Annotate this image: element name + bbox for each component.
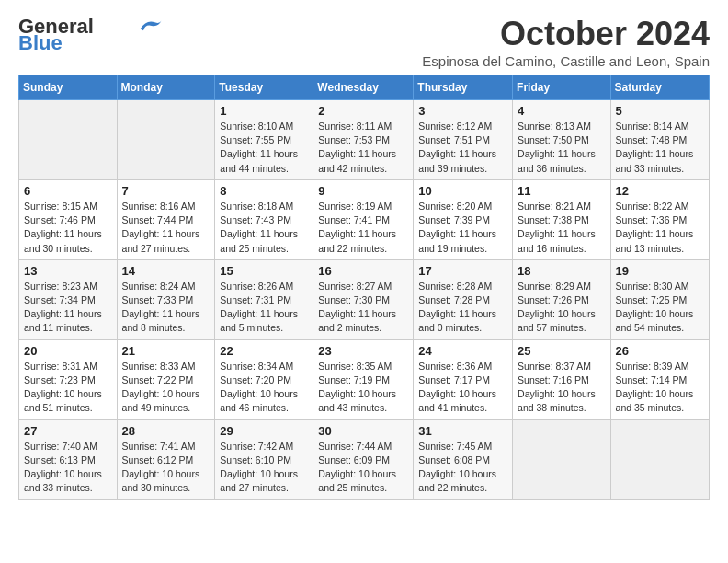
day-cell: 23Sunrise: 8:35 AM Sunset: 7:19 PM Dayli…	[313, 339, 414, 419]
day-info: Sunrise: 8:10 AM Sunset: 7:55 PM Dayligh…	[220, 120, 308, 176]
day-cell: 17Sunrise: 8:28 AM Sunset: 7:28 PM Dayli…	[414, 259, 513, 339]
day-cell: 1Sunrise: 8:10 AM Sunset: 7:55 PM Daylig…	[215, 100, 313, 180]
day-cell: 30Sunrise: 7:44 AM Sunset: 6:09 PM Dayli…	[313, 419, 414, 500]
day-number: 24	[418, 344, 507, 358]
calendar: SundayMondayTuesdayWednesdayThursdayFrid…	[18, 75, 710, 500]
day-info: Sunrise: 7:44 AM Sunset: 6:09 PM Dayligh…	[318, 440, 408, 496]
day-number: 16	[318, 264, 408, 278]
day-info: Sunrise: 8:37 AM Sunset: 7:16 PM Dayligh…	[518, 360, 606, 416]
day-cell: 21Sunrise: 8:33 AM Sunset: 7:22 PM Dayli…	[117, 339, 215, 419]
day-cell	[513, 419, 611, 500]
day-cell: 12Sunrise: 8:22 AM Sunset: 7:36 PM Dayli…	[610, 179, 709, 259]
day-info: Sunrise: 8:19 AM Sunset: 7:41 PM Dayligh…	[318, 200, 408, 256]
day-number: 21	[122, 344, 210, 358]
day-cell: 4Sunrise: 8:13 AM Sunset: 7:50 PM Daylig…	[513, 100, 611, 180]
day-info: Sunrise: 8:21 AM Sunset: 7:38 PM Dayligh…	[518, 200, 606, 256]
day-cell: 11Sunrise: 8:21 AM Sunset: 7:38 PM Dayli…	[513, 179, 611, 259]
weekday-wednesday: Wednesday	[313, 75, 414, 100]
weekday-tuesday: Tuesday	[215, 75, 313, 100]
day-info: Sunrise: 8:26 AM Sunset: 7:31 PM Dayligh…	[220, 280, 308, 336]
day-cell: 2Sunrise: 8:11 AM Sunset: 7:53 PM Daylig…	[313, 100, 414, 180]
day-cell: 19Sunrise: 8:30 AM Sunset: 7:25 PM Dayli…	[610, 259, 709, 339]
day-number: 12	[616, 184, 704, 198]
day-info: Sunrise: 8:31 AM Sunset: 7:23 PM Dayligh…	[24, 360, 112, 416]
day-info: Sunrise: 8:27 AM Sunset: 7:30 PM Dayligh…	[318, 280, 408, 336]
day-number: 18	[518, 264, 606, 278]
day-cell: 9Sunrise: 8:19 AM Sunset: 7:41 PM Daylig…	[313, 179, 414, 259]
weekday-saturday: Saturday	[610, 75, 709, 100]
day-cell: 7Sunrise: 8:16 AM Sunset: 7:44 PM Daylig…	[117, 179, 215, 259]
day-number: 8	[220, 184, 308, 198]
day-cell: 22Sunrise: 8:34 AM Sunset: 7:20 PM Dayli…	[215, 339, 313, 419]
day-info: Sunrise: 8:20 AM Sunset: 7:39 PM Dayligh…	[418, 200, 507, 256]
day-cell: 26Sunrise: 8:39 AM Sunset: 7:14 PM Dayli…	[610, 339, 709, 419]
day-cell	[610, 419, 709, 500]
day-number: 13	[24, 264, 112, 278]
day-number: 23	[318, 344, 408, 358]
day-info: Sunrise: 8:12 AM Sunset: 7:51 PM Dayligh…	[418, 120, 507, 176]
day-info: Sunrise: 8:22 AM Sunset: 7:36 PM Dayligh…	[616, 200, 704, 256]
day-number: 22	[220, 344, 308, 358]
day-number: 4	[518, 104, 606, 118]
day-cell: 25Sunrise: 8:37 AM Sunset: 7:16 PM Dayli…	[513, 339, 611, 419]
day-info: Sunrise: 7:40 AM Sunset: 6:13 PM Dayligh…	[24, 440, 112, 496]
day-number: 5	[616, 104, 704, 118]
day-info: Sunrise: 8:14 AM Sunset: 7:48 PM Dayligh…	[616, 120, 704, 176]
day-cell: 15Sunrise: 8:26 AM Sunset: 7:31 PM Dayli…	[215, 259, 313, 339]
month-title: October 2024	[422, 15, 710, 53]
day-info: Sunrise: 7:45 AM Sunset: 6:08 PM Dayligh…	[418, 440, 507, 496]
day-cell	[19, 100, 118, 180]
day-number: 19	[616, 264, 704, 278]
day-number: 17	[418, 264, 507, 278]
day-cell: 8Sunrise: 8:18 AM Sunset: 7:43 PM Daylig…	[215, 179, 313, 259]
day-number: 1	[220, 104, 308, 118]
day-cell: 14Sunrise: 8:24 AM Sunset: 7:33 PM Dayli…	[117, 259, 215, 339]
day-info: Sunrise: 8:39 AM Sunset: 7:14 PM Dayligh…	[616, 360, 704, 416]
day-number: 7	[122, 184, 210, 198]
week-row-3: 13Sunrise: 8:23 AM Sunset: 7:34 PM Dayli…	[19, 259, 710, 339]
day-cell: 10Sunrise: 8:20 AM Sunset: 7:39 PM Dayli…	[414, 179, 513, 259]
day-cell: 6Sunrise: 8:15 AM Sunset: 7:46 PM Daylig…	[19, 179, 118, 259]
day-number: 9	[318, 184, 408, 198]
day-number: 30	[318, 424, 408, 438]
weekday-thursday: Thursday	[414, 75, 513, 100]
calendar-body: 1Sunrise: 8:10 AM Sunset: 7:55 PM Daylig…	[19, 100, 710, 500]
day-info: Sunrise: 8:30 AM Sunset: 7:25 PM Dayligh…	[616, 280, 704, 336]
day-number: 29	[220, 424, 308, 438]
day-number: 20	[24, 344, 112, 358]
day-cell: 31Sunrise: 7:45 AM Sunset: 6:08 PM Dayli…	[414, 419, 513, 500]
weekday-monday: Monday	[117, 75, 215, 100]
weekday-sunday: Sunday	[19, 75, 118, 100]
week-row-1: 1Sunrise: 8:10 AM Sunset: 7:55 PM Daylig…	[19, 100, 710, 180]
day-cell: 27Sunrise: 7:40 AM Sunset: 6:13 PM Dayli…	[19, 419, 118, 500]
day-number: 25	[518, 344, 606, 358]
week-row-4: 20Sunrise: 8:31 AM Sunset: 7:23 PM Dayli…	[19, 339, 710, 419]
day-cell	[117, 100, 215, 180]
header: General Blue October 2024 Espinosa del C…	[18, 15, 710, 69]
day-info: Sunrise: 8:15 AM Sunset: 7:46 PM Dayligh…	[24, 200, 112, 256]
day-info: Sunrise: 8:18 AM Sunset: 7:43 PM Dayligh…	[220, 200, 308, 256]
logo-bird-icon	[138, 17, 164, 32]
day-number: 27	[24, 424, 112, 438]
day-cell: 18Sunrise: 8:29 AM Sunset: 7:26 PM Dayli…	[513, 259, 611, 339]
day-info: Sunrise: 8:23 AM Sunset: 7:34 PM Dayligh…	[24, 280, 112, 336]
weekday-friday: Friday	[513, 75, 611, 100]
logo: General Blue	[18, 15, 164, 55]
day-info: Sunrise: 8:16 AM Sunset: 7:44 PM Dayligh…	[122, 200, 210, 256]
day-info: Sunrise: 8:29 AM Sunset: 7:26 PM Dayligh…	[518, 280, 606, 336]
weekday-header-row: SundayMondayTuesdayWednesdayThursdayFrid…	[19, 75, 710, 100]
day-info: Sunrise: 8:33 AM Sunset: 7:22 PM Dayligh…	[122, 360, 210, 416]
day-number: 6	[24, 184, 112, 198]
week-row-5: 27Sunrise: 7:40 AM Sunset: 6:13 PM Dayli…	[19, 419, 710, 500]
day-number: 3	[418, 104, 507, 118]
subtitle: Espinosa del Camino, Castille and Leon, …	[422, 53, 710, 69]
day-info: Sunrise: 8:13 AM Sunset: 7:50 PM Dayligh…	[518, 120, 606, 176]
day-info: Sunrise: 8:35 AM Sunset: 7:19 PM Dayligh…	[318, 360, 408, 416]
day-number: 28	[122, 424, 210, 438]
day-info: Sunrise: 7:41 AM Sunset: 6:12 PM Dayligh…	[122, 440, 210, 496]
day-info: Sunrise: 8:36 AM Sunset: 7:17 PM Dayligh…	[418, 360, 507, 416]
day-cell: 5Sunrise: 8:14 AM Sunset: 7:48 PM Daylig…	[610, 100, 709, 180]
day-cell: 28Sunrise: 7:41 AM Sunset: 6:12 PM Dayli…	[117, 419, 215, 500]
day-number: 2	[318, 104, 408, 118]
day-cell: 16Sunrise: 8:27 AM Sunset: 7:30 PM Dayli…	[313, 259, 414, 339]
